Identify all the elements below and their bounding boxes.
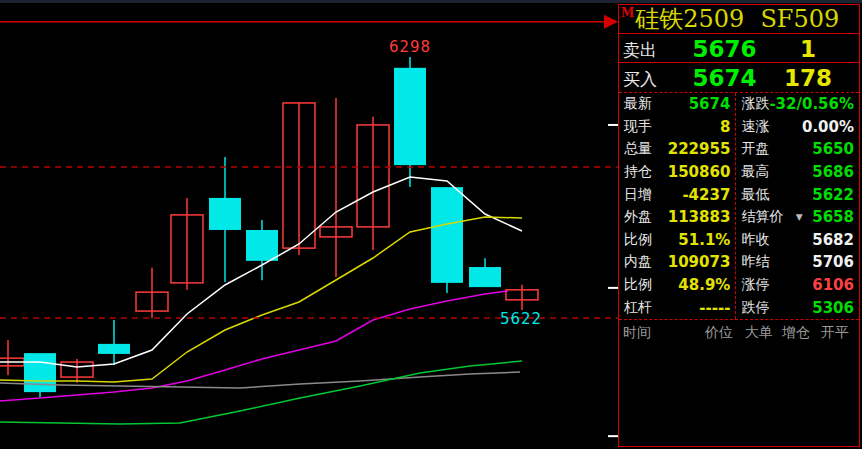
stat-label: 最低	[741, 186, 769, 204]
stat-label: 涨停	[741, 276, 769, 294]
stat-value: 8	[720, 118, 730, 136]
stat-row: 比例48.9%	[619, 274, 735, 297]
stat-row: 现手8	[619, 116, 735, 139]
high-price-label: 6298	[389, 38, 431, 56]
stat-row: 涨跌-32/0.56%	[736, 93, 859, 116]
stat-label: 最新	[624, 95, 652, 113]
stat-value: 5706	[812, 253, 854, 271]
tape-header: 时间价位大单增仓开平	[619, 320, 859, 343]
stat-row: 持仓150860	[619, 161, 735, 184]
tape-col-1: 价位	[705, 324, 733, 342]
candle-body-down	[246, 230, 278, 261]
ma-gray	[0, 372, 520, 388]
ask-row[interactable]: 卖出 5676 1	[619, 34, 859, 63]
candle-body-down	[394, 68, 426, 165]
tape-col-4: 开平	[821, 324, 849, 342]
ask-price: 5676	[667, 36, 782, 62]
candle-body-down	[431, 187, 463, 283]
stat-row: 涨停6106	[736, 274, 859, 297]
window-top-strip	[0, 0, 862, 3]
bid-row[interactable]: 买入 5674 178	[619, 63, 859, 93]
tape-col-3: 增仓	[782, 324, 810, 342]
contract-code: SF509	[760, 5, 839, 33]
stat-label: 比例	[624, 231, 652, 249]
stat-row: 内盘109073	[619, 251, 735, 274]
ma-green	[0, 361, 522, 424]
stat-label: 最高	[741, 163, 769, 181]
bid-price: 5674	[667, 65, 782, 91]
stat-label: 速涨	[741, 118, 769, 136]
bid-label: 买入	[623, 68, 657, 91]
contract-name: 硅铁2509	[635, 5, 744, 33]
candle-body-down	[98, 344, 130, 354]
stat-row: 昨收5682	[736, 229, 859, 252]
stat-label: 外盘	[624, 208, 652, 226]
stat-label: 内盘	[624, 253, 652, 271]
ask-label: 卖出	[623, 39, 657, 62]
stat-value: 48.9%	[678, 276, 730, 294]
stat-label: 结算价	[741, 208, 783, 226]
candle-body-down	[209, 198, 241, 230]
stats-col-left: 最新5674现手8总量222955持仓150860日增-4237外盘113883…	[619, 93, 736, 319]
stat-row: 最低5622	[736, 183, 859, 206]
stat-value: -32/0.56%	[769, 95, 854, 113]
stat-value: -----	[699, 299, 730, 317]
stat-value: 5682	[812, 231, 854, 249]
main-contract-marker: M	[621, 6, 634, 20]
stat-value: 5650	[812, 140, 854, 158]
ask-volume: 1	[769, 36, 847, 62]
stat-row: 总量222955	[619, 138, 735, 161]
stat-label: 日增	[624, 186, 652, 204]
tape-col-0: 时间	[623, 324, 651, 342]
stat-value: 5674	[689, 95, 731, 113]
stat-value: 5658	[812, 208, 854, 226]
stat-row: 杠杆-----	[619, 296, 735, 319]
low-price-label: 5622	[500, 310, 542, 328]
stat-label: 跌停	[741, 299, 769, 317]
stat-label: 昨结	[741, 253, 769, 271]
ma-magenta	[0, 291, 508, 401]
tape-col-2: 大单	[745, 324, 773, 342]
stat-value: 109073	[668, 253, 731, 271]
stat-label: 现手	[624, 118, 652, 136]
settlement-dropdown-icon[interactable]: ▼	[796, 212, 803, 222]
stat-row: 跌停5306	[736, 296, 859, 319]
stat-row: 日增-4237	[619, 183, 735, 206]
stat-row: 开盘5650	[736, 138, 859, 161]
stat-value: 0.00%	[802, 118, 854, 136]
stat-row: 外盘113883	[619, 206, 735, 229]
stat-row: 比例51.1%	[619, 229, 735, 252]
stat-label: 持仓	[624, 163, 652, 181]
stat-label: 杠杆	[624, 299, 652, 317]
kline-svg	[0, 0, 618, 449]
stat-value: 5622	[812, 186, 854, 204]
stat-value: 5306	[812, 299, 854, 317]
contract-title: M 硅铁2509 SF509	[619, 5, 859, 34]
stat-value: 150860	[668, 163, 731, 181]
stat-value: 113883	[668, 208, 731, 226]
candle-body-down	[469, 267, 501, 287]
stat-value: -4237	[682, 186, 730, 204]
stat-label: 开盘	[741, 140, 769, 158]
stat-value: 222955	[668, 140, 731, 158]
stat-row: 昨结5706	[736, 251, 859, 274]
alert-line-arrow-icon	[604, 15, 618, 29]
kline-chart[interactable]: 6298 5622	[0, 0, 618, 449]
app-window: { "chart_data": { "type": "candlestick",…	[0, 0, 862, 449]
quote-panel: M 硅铁2509 SF509 卖出 5676 1 买入 5674 178 最新5…	[618, 4, 860, 447]
stats-grid: 最新5674现手8总量222955持仓150860日增-4237外盘113883…	[619, 93, 859, 320]
stat-label: 总量	[624, 140, 652, 158]
stat-value: 5686	[812, 163, 854, 181]
stat-label: 涨跌	[741, 95, 769, 113]
stat-row: 最高5686	[736, 161, 859, 184]
stat-value: 51.1%	[678, 231, 730, 249]
stat-row: 结算价▼5658	[736, 206, 859, 229]
stat-row: 最新5674	[619, 93, 735, 116]
stat-row: 速涨0.00%	[736, 116, 859, 139]
candle-body-down	[24, 353, 56, 392]
stat-label: 昨收	[741, 231, 769, 249]
bid-volume: 178	[769, 65, 847, 91]
stat-label: 比例	[624, 276, 652, 294]
stats-col-right: 涨跌-32/0.56%速涨0.00%开盘5650最高5686最低5622结算价▼…	[736, 93, 859, 319]
stat-value: 6106	[812, 276, 854, 294]
